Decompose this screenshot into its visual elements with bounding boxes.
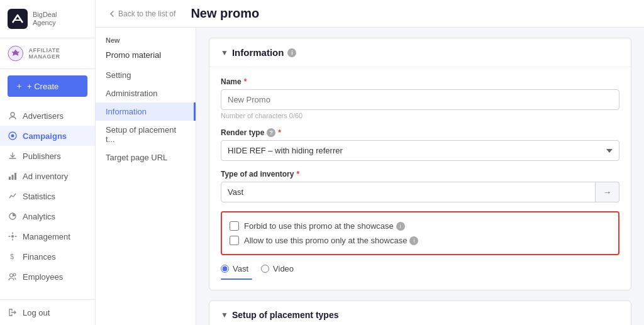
video-radio-item[interactable]: Video <box>261 264 294 273</box>
allow-info-icon[interactable]: i <box>409 236 418 245</box>
back-text: Back to the list of <box>118 9 175 18</box>
subnav-item-information[interactable]: Information <box>96 102 196 121</box>
svg-point-9 <box>11 235 14 238</box>
page-title: New promo <box>191 6 259 21</box>
ad-inventory-label: Type of ad inventory * <box>221 170 619 179</box>
information-title: Information <box>232 47 284 58</box>
main-area: Back to the list of New promo New Promo … <box>96 0 644 325</box>
sidebar-item-management[interactable]: Management <box>0 226 95 246</box>
employees-icon <box>8 272 18 282</box>
render-type-group: Render type ? * HIDE REF – with hiding r… <box>221 128 619 161</box>
sidebar-label-ad-inventory: Ad inventory <box>23 172 68 181</box>
back-link[interactable]: Back to the list of <box>108 9 175 18</box>
svg-rect-5 <box>9 177 11 180</box>
sidebar-label-finances: Finances <box>23 252 56 262</box>
dollar-icon: $ <box>8 251 18 262</box>
affiliate-icon <box>8 45 23 62</box>
sidebar-label-advertisers: Advertisers <box>23 111 64 121</box>
back-arrow-icon <box>108 10 116 18</box>
setup-title: Setup of placement types <box>232 310 339 320</box>
campaign-icon <box>8 131 18 141</box>
name-input[interactable] <box>221 89 619 110</box>
logo-icon <box>8 9 28 29</box>
sidebar-nav: Advertisers Campaigns Publishers Ad inve… <box>0 103 95 299</box>
sidebar-label-employees: Employees <box>23 272 63 282</box>
user-icon <box>8 111 18 121</box>
name-group: Name * Number of characters 0/60 <box>221 77 619 119</box>
affiliate-label: AFFILIATE MANAGER <box>28 47 87 60</box>
subnav-item-placement[interactable]: Setup of placement t... <box>96 121 196 148</box>
render-required: * <box>278 128 281 137</box>
media-type-radio-group: Vast Video <box>221 264 619 273</box>
sidebar: BigDeal Agency AFFILIATE MANAGER ＋ + Cre… <box>0 0 96 325</box>
video-radio-label[interactable]: Video <box>273 264 294 273</box>
forbid-checkbox[interactable] <box>230 221 239 231</box>
allow-label[interactable]: Allow to use this promo only at the show… <box>244 236 418 245</box>
name-label: Name * <box>221 77 619 86</box>
logout-icon <box>8 307 18 317</box>
form-area: ▼ Information i Name * Number of charact… <box>196 28 644 325</box>
video-radio[interactable] <box>261 265 269 273</box>
svg-rect-0 <box>8 9 28 29</box>
svg-point-4 <box>11 135 14 138</box>
svg-point-12 <box>13 273 16 276</box>
logout-button[interactable]: Log out <box>0 302 95 322</box>
showcase-options-group: Forbid to use this promo at the showcase… <box>221 211 619 255</box>
svg-text:$: $ <box>10 253 14 260</box>
sidebar-item-analytics[interactable]: Analytics <box>0 206 95 226</box>
plus-icon: ＋ <box>15 80 23 92</box>
download-icon <box>8 151 18 161</box>
sidebar-label-campaigns: Campaigns <box>23 131 67 141</box>
vast-radio-label[interactable]: Vast <box>233 264 248 273</box>
collapse-icon[interactable]: ▼ <box>221 48 228 57</box>
information-header: ▼ Information i <box>209 38 631 67</box>
sidebar-label-analytics: Analytics <box>23 212 55 221</box>
topbar: Back to the list of New promo <box>96 0 644 28</box>
subnav: New Promo material Setting Administratio… <box>96 28 196 325</box>
svg-rect-7 <box>14 173 16 180</box>
affiliate-section: AFFILIATE MANAGER <box>0 38 95 69</box>
sidebar-item-publishers[interactable]: Publishers <box>0 146 95 166</box>
create-button[interactable]: ＋ + Create <box>8 75 87 97</box>
vast-radio[interactable] <box>221 265 229 273</box>
render-type-label: Render type ? * <box>221 128 619 137</box>
forbid-label[interactable]: Forbid to use this promo at the showcase… <box>244 221 405 231</box>
setup-section: ▼ Setup of placement types Vast (by defa… <box>209 300 631 325</box>
logo: BigDeal Agency <box>0 0 95 38</box>
analytics-icon <box>8 211 18 221</box>
forbid-checkbox-item: Forbid to use this promo at the showcase… <box>230 219 611 233</box>
forbid-info-icon[interactable]: i <box>396 222 405 231</box>
subnav-title: Promo material <box>96 49 196 66</box>
radio-underline <box>221 278 252 280</box>
name-required: * <box>244 77 247 86</box>
svg-point-11 <box>10 274 13 277</box>
sidebar-bottom: Log out <box>0 299 95 325</box>
information-section: ▼ Information i Name * Number of charact… <box>209 38 631 290</box>
bar-icon <box>8 171 18 181</box>
render-type-select[interactable]: HIDE REF – with hiding referrer <box>221 140 619 161</box>
sidebar-item-advertisers[interactable]: Advertisers <box>0 106 95 126</box>
subnav-header: New <box>96 34 196 49</box>
sidebar-label-management: Management <box>23 232 70 241</box>
render-info-icon[interactable]: ? <box>267 128 275 137</box>
sidebar-item-finances[interactable]: $ Finances <box>0 246 95 267</box>
sidebar-label-statistics: Statistics <box>23 192 55 201</box>
ad-inventory-input[interactable] <box>221 182 596 202</box>
vast-radio-item[interactable]: Vast <box>221 264 248 273</box>
logout-label: Log out <box>23 308 50 317</box>
subnav-item-administration[interactable]: Administration <box>96 84 196 102</box>
setup-collapse-icon[interactable]: ▼ <box>221 311 228 319</box>
char-count: Number of characters 0/60 <box>221 112 619 119</box>
sidebar-label-publishers: Publishers <box>23 151 61 161</box>
sidebar-item-ad-inventory[interactable]: Ad inventory <box>0 166 95 186</box>
allow-checkbox-item: Allow to use this promo only at the show… <box>230 233 611 248</box>
allow-checkbox[interactable] <box>230 236 239 245</box>
subnav-item-setting[interactable]: Setting <box>96 66 196 84</box>
type-arrow-button[interactable]: → <box>596 182 619 202</box>
sidebar-item-statistics[interactable]: Statistics <box>0 186 95 206</box>
sidebar-item-campaigns[interactable]: Campaigns <box>0 126 95 146</box>
ad-inventory-required: * <box>296 170 299 179</box>
subnav-item-target-url[interactable]: Target page URL <box>96 148 196 167</box>
info-icon[interactable]: i <box>287 48 296 57</box>
sidebar-item-employees[interactable]: Employees <box>0 267 95 287</box>
